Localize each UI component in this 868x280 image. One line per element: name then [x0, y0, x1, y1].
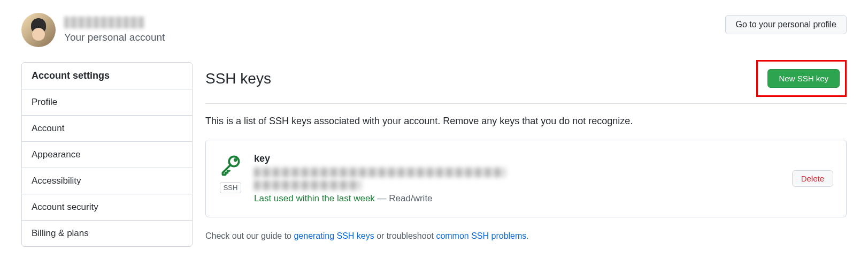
key-usage-recent: Last used within the last week — [254, 193, 375, 203]
username-redacted — [64, 17, 144, 28]
footer-text: Check out our guide to generating SSH ke… — [205, 231, 847, 241]
settings-container: Your personal account Account settings P… — [0, 0, 868, 260]
right-column: Go to your personal profile SSH keys New… — [205, 13, 847, 247]
key-added-redacted — [254, 180, 361, 190]
profile-text: Your personal account — [64, 17, 165, 43]
sidebar-item-account[interactable]: Account — [22, 116, 192, 142]
go-to-profile-button[interactable]: Go to your personal profile — [725, 15, 847, 34]
key-icon-column: SSH — [219, 153, 242, 193]
key-usage-separator: — — [375, 193, 389, 203]
avatar[interactable] — [21, 13, 56, 47]
sidebar-item-label: Appearance — [32, 149, 81, 160]
ssh-badge: SSH — [220, 182, 242, 193]
key-info: key Last used within the last week — Rea… — [254, 153, 780, 204]
key-fingerprint-redacted — [254, 168, 505, 177]
sidebar-item-label: Profile — [32, 97, 57, 107]
sidebar-item-account-security[interactable]: Account security — [22, 194, 192, 221]
ssh-key-card: SSH key Last used within the last week —… — [205, 140, 847, 217]
footer-suffix: . — [526, 231, 528, 240]
sidebar-header: Account settings — [22, 63, 192, 89]
section-header: SSH keys New SSH key — [205, 60, 847, 104]
key-usage-mode: Read/write — [389, 193, 432, 203]
sidebar-item-accessibility[interactable]: Accessibility — [22, 168, 192, 194]
svg-point-1 — [235, 159, 236, 161]
profile-subtitle: Your personal account — [64, 32, 165, 43]
page-title: SSH keys — [205, 70, 271, 87]
footer-prefix: Check out our guide to — [205, 231, 294, 240]
common-ssh-problems-link[interactable]: common SSH problems — [436, 231, 526, 240]
sidebar-item-appearance[interactable]: Appearance — [22, 142, 192, 168]
sidebar: Account settings Profile Account Appeara… — [21, 62, 193, 247]
sidebar-item-label: Accessibility — [32, 176, 81, 186]
section-description: This is a list of SSH keys associated wi… — [205, 116, 847, 127]
footer-mid: or troubleshoot — [374, 231, 436, 240]
left-column: Your personal account Account settings P… — [21, 13, 193, 247]
sidebar-item-label: Account security — [32, 202, 98, 212]
key-title: key — [254, 153, 780, 164]
sidebar-item-billing[interactable]: Billing & plans — [22, 221, 192, 246]
top-action-row: Go to your personal profile — [205, 15, 847, 34]
generating-ssh-keys-link[interactable]: generating SSH keys — [294, 231, 374, 240]
key-usage: Last used within the last week — Read/wr… — [254, 193, 780, 204]
sidebar-item-profile[interactable]: Profile — [22, 89, 192, 116]
new-ssh-key-button[interactable]: New SSH key — [767, 69, 840, 88]
profile-header: Your personal account — [21, 13, 193, 47]
sidebar-item-label: Billing & plans — [32, 228, 89, 238]
sidebar-item-label: Account — [32, 123, 64, 133]
highlight-annotation: New SSH key — [756, 60, 847, 97]
delete-key-button[interactable]: Delete — [792, 170, 833, 187]
key-icon — [219, 153, 242, 177]
